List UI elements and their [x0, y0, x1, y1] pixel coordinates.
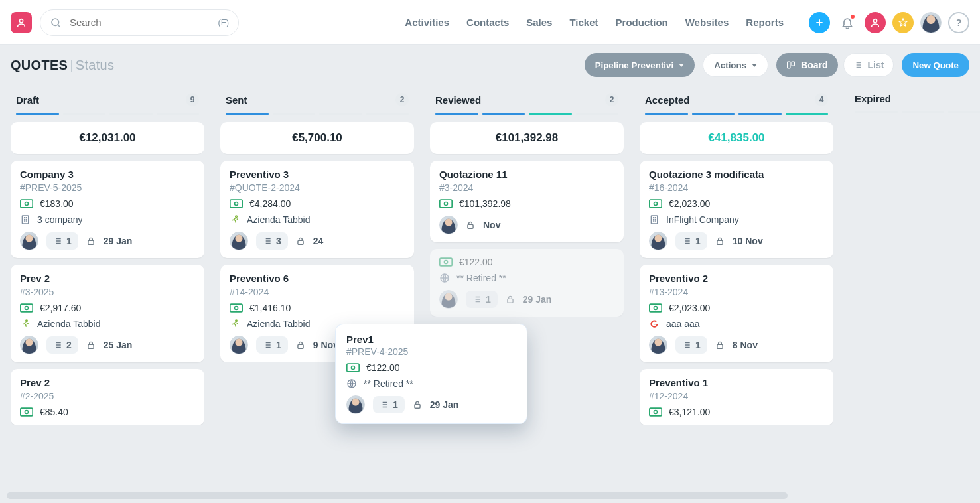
- column-total: €12,031.00: [11, 122, 204, 154]
- card-company: ** Retired **: [364, 378, 413, 389]
- assignee-avatar[interactable]: [230, 336, 248, 354]
- add-button[interactable]: [809, 12, 830, 33]
- money-icon: [20, 407, 33, 417]
- list-icon: [682, 236, 691, 246]
- card-title: Company 3: [20, 169, 195, 180]
- card-title: Prev1: [346, 334, 516, 345]
- nav-production[interactable]: Production: [616, 17, 668, 28]
- svg-rect-26: [440, 258, 452, 266]
- search-container[interactable]: (F): [40, 9, 239, 36]
- assignee-avatar[interactable]: [649, 232, 667, 250]
- notifications-button[interactable]: [837, 12, 858, 33]
- quote-card[interactable]: Quotazione 11#3-2024€101,392.98Nov: [430, 161, 624, 242]
- column-count-badge: 9: [186, 93, 199, 106]
- card-reference: #16-2024: [649, 182, 824, 193]
- horizontal-scrollbar[interactable]: [7, 492, 788, 499]
- svg-rect-18: [298, 240, 303, 244]
- card-reference: #3-2024: [439, 182, 614, 193]
- favorites-button[interactable]: [892, 12, 914, 33]
- nav-reports[interactable]: Reports: [746, 17, 784, 28]
- quote-card[interactable]: Preventivo 3#QUOTE-2-2024€4,284.00Aziend…: [220, 161, 414, 258]
- nav-ticket[interactable]: Ticket: [569, 17, 598, 28]
- column-total: €41,835.00: [640, 122, 833, 154]
- column-cards: Quotazione 3 modificata#16-2024€2,023.00…: [640, 161, 833, 425]
- column-count-badge: 2: [395, 93, 409, 106]
- quote-card[interactable]: Prev 2#2-2025€85.40: [11, 369, 204, 425]
- svg-rect-33: [717, 240, 723, 244]
- quote-card[interactable]: €122.00** Retired **129 Jan: [430, 249, 624, 317]
- svg-rect-7: [22, 216, 28, 224]
- chevron-down-icon: [752, 64, 757, 67]
- lock-icon: [296, 236, 305, 246]
- card-title: Preventivo 6: [230, 273, 405, 284]
- money-icon: [20, 199, 33, 208]
- svg-rect-32: [651, 216, 657, 224]
- search-icon: [50, 17, 62, 29]
- quote-card[interactable]: Preventivo 1#12-2024€3,121.00: [640, 369, 833, 425]
- view-list-button[interactable]: List: [843, 53, 894, 77]
- google-icon: [649, 319, 660, 329]
- card-reference: #2-2025: [20, 391, 195, 401]
- card-title: Preventivo 2: [649, 273, 824, 284]
- nav-websites[interactable]: Websites: [685, 17, 729, 28]
- count-chip[interactable]: 1: [256, 336, 288, 354]
- count-chip[interactable]: 1: [466, 291, 498, 308]
- svg-point-14: [25, 411, 29, 414]
- count-chip[interactable]: 2: [46, 336, 78, 354]
- count-chip[interactable]: 1: [675, 336, 707, 354]
- card-date: 29 Jan: [104, 236, 133, 246]
- nav-contacts[interactable]: Contacts: [466, 17, 509, 28]
- count-chip[interactable]: 1: [675, 232, 707, 250]
- quote-card[interactable]: Prev 2#3-2025€2,917.60Azienda Tabbid225 …: [11, 265, 204, 362]
- svg-rect-4: [792, 62, 794, 66]
- card-date: 10 Nov: [733, 236, 763, 246]
- help-button[interactable]: ?: [948, 12, 969, 33]
- assignee-avatar[interactable]: [649, 336, 667, 354]
- list-icon: [53, 340, 62, 350]
- list-icon: [682, 340, 691, 350]
- svg-point-24: [445, 202, 448, 206]
- svg-point-17: [236, 216, 238, 218]
- svg-rect-25: [468, 224, 473, 228]
- money-icon: [346, 363, 360, 372]
- svg-point-6: [25, 202, 29, 206]
- view-board-button[interactable]: Board: [776, 53, 837, 77]
- assignee-avatar[interactable]: [20, 232, 38, 250]
- svg-point-1: [52, 19, 59, 26]
- count-chip[interactable]: 3: [256, 232, 288, 250]
- assignee-avatar[interactable]: [346, 395, 365, 414]
- quote-card[interactable]: Quotazione 3 modificata#16-2024€2,023.00…: [640, 161, 833, 258]
- card-company: ** Retired **: [456, 273, 506, 283]
- nav-activities[interactable]: Activities: [405, 17, 449, 28]
- quote-card[interactable]: Preventivo 2#13-2024€2,023.00aaa aaa18 N…: [640, 265, 833, 362]
- assignee-avatar[interactable]: [20, 336, 38, 354]
- card-company: aaa aaa: [666, 319, 700, 329]
- user-avatar[interactable]: [920, 12, 942, 33]
- nav-sales[interactable]: Sales: [526, 17, 552, 28]
- column-title: Reviewed: [435, 94, 481, 106]
- count-chip[interactable]: 1: [46, 232, 78, 250]
- svg-point-27: [445, 261, 448, 264]
- assignee-avatar[interactable]: [439, 216, 458, 234]
- dragging-card[interactable]: Prev1 #PREV-4-2025 €122.00 ** Retired **…: [335, 324, 527, 424]
- search-input[interactable]: [68, 16, 211, 29]
- count-chip[interactable]: 1: [373, 396, 405, 413]
- list-icon: [53, 236, 62, 246]
- column-title: Accepted: [645, 94, 690, 106]
- quote-card[interactable]: Company 3#PREV-5-2025€183.003 company129…: [11, 161, 204, 258]
- view-toggle: Board List: [776, 53, 894, 77]
- actions-menu[interactable]: Actions: [703, 53, 768, 77]
- profile-button[interactable]: [865, 12, 886, 33]
- column-progress: [220, 113, 414, 115]
- svg-rect-30: [650, 200, 662, 208]
- svg-point-11: [26, 320, 28, 322]
- globe-icon: [439, 273, 450, 283]
- card-date: 25 Jan: [104, 340, 133, 350]
- app-logo[interactable]: [11, 12, 32, 33]
- pipeline-selector[interactable]: Pipeline Preventivi: [585, 53, 695, 77]
- new-quote-button[interactable]: New Quote: [902, 53, 969, 77]
- svg-rect-12: [88, 344, 94, 348]
- assignee-avatar[interactable]: [230, 232, 248, 250]
- assignee-avatar[interactable]: [439, 290, 458, 309]
- card-amount: €2,023.00: [669, 303, 710, 313]
